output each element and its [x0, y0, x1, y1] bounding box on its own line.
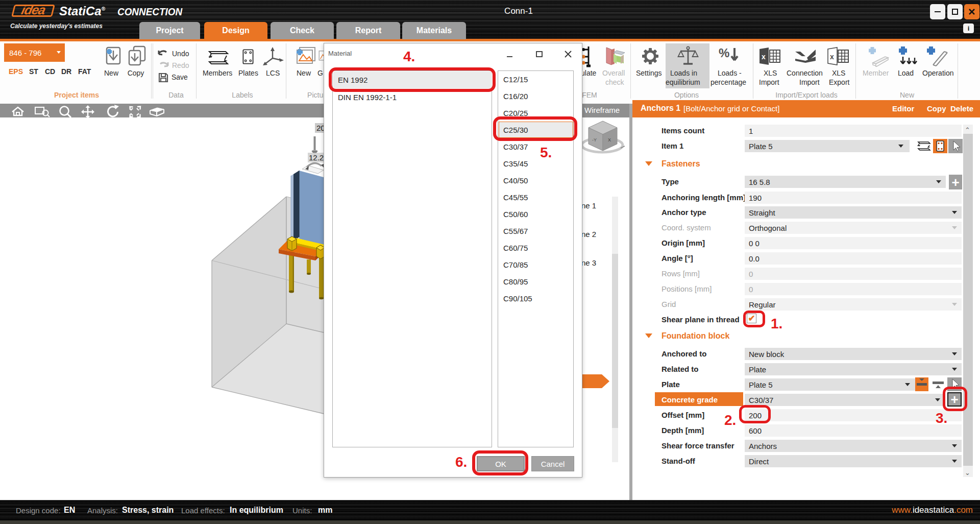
svg-text:-Y: -Y: [592, 137, 597, 142]
svg-text:%: %: [719, 46, 729, 60]
svg-text:x: x: [762, 53, 766, 61]
svg-text:12.2: 12.2: [309, 153, 324, 162]
svg-text:X: X: [608, 137, 611, 142]
svg-text:x: x: [830, 53, 834, 61]
